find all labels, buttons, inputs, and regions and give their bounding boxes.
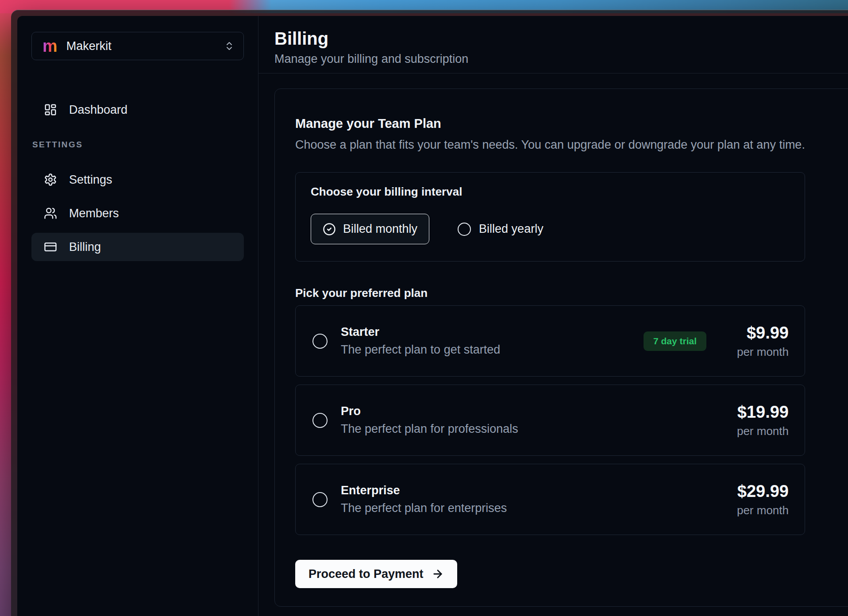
plan-price-period: per month [722,504,789,517]
radio-circle[interactable] [312,413,328,428]
card-subtitle: Choose a plan that fits your team's need… [295,138,848,152]
workspace-name: Makerkit [66,39,215,53]
plan-price-period: per month [722,424,789,438]
page-header: Billing Manage your billing and subscrip… [258,16,848,73]
plan-name: Starter [341,325,500,339]
page-title: Billing [274,28,848,49]
credit-card-icon [44,240,57,254]
users-icon [44,207,57,220]
card-title: Manage your Team Plan [295,116,848,131]
plan-info: Starter The perfect plan to get started [341,325,500,357]
billed-monthly-option[interactable]: Billed monthly [311,214,429,244]
billed-monthly-label: Billed monthly [343,222,417,236]
app-content: m Makerkit Dashboard SETTINGS [17,16,848,616]
workspace-selector[interactable]: m Makerkit [31,32,244,60]
plan-price: $19.99 [722,403,789,422]
arrow-right-icon [432,568,444,580]
team-plan-card: Manage your Team Plan Choose a plan that… [274,89,848,607]
sidebar-item-label: Settings [69,173,112,187]
billing-interval-label: Choose your billing interval [311,185,791,199]
plan-price-block: $19.99 per month [722,403,789,438]
plan-row-enterprise[interactable]: Enterprise The perfect plan for enterpri… [295,464,805,535]
check-circle-icon [323,223,336,236]
billing-interval-controls: Billed monthly Billed yearly [311,214,791,244]
radio-circle[interactable] [312,334,328,349]
radio-circle[interactable] [312,492,328,507]
plan-price: $29.99 [722,482,789,501]
sidebar-nav: Dashboard SETTINGS Settings Members [31,96,244,261]
proceed-to-payment-button[interactable]: Proceed to Payment [295,560,457,588]
plan-price-block: $29.99 per month [722,482,789,517]
proceed-to-payment-label: Proceed to Payment [308,567,424,581]
radio-circle [458,223,471,236]
plan-name: Pro [341,404,518,418]
billed-yearly-label: Billed yearly [479,222,543,236]
sidebar-item-dashboard[interactable]: Dashboard [31,96,244,124]
plan-row-pro[interactable]: Pro The perfect plan for professionals $… [295,385,805,456]
billed-yearly-option[interactable]: Billed yearly [458,222,543,236]
app-window: m Makerkit Dashboard SETTINGS [11,10,848,616]
makerkit-logo: m [42,38,58,54]
plan-info: Pro The perfect plan for professionals [341,404,518,436]
chevrons-up-down-icon [224,41,235,51]
plan-list: Starter The perfect plan to get started … [295,305,848,535]
sidebar-item-billing[interactable]: Billing [31,233,244,261]
pick-plan-label: Pick your preferred plan [295,286,848,300]
plan-info: Enterprise The perfect plan for enterpri… [341,484,507,515]
plan-description: The perfect plan to get started [341,343,500,357]
plan-description: The perfect plan for enterprises [341,501,507,515]
sidebar-item-label: Members [69,207,119,220]
plan-name: Enterprise [341,484,507,497]
dashboard-grid-icon [44,103,57,116]
sidebar-item-settings[interactable]: Settings [31,166,244,194]
plan-price-period: per month [722,345,789,359]
plan-price-block: $9.99 per month [722,323,789,359]
main-content: Billing Manage your billing and subscrip… [258,16,848,616]
sidebar-item-label: Dashboard [69,103,127,117]
page-subtitle: Manage your billing and subscription [274,52,848,66]
plan-row-starter[interactable]: Starter The perfect plan to get started … [295,305,805,377]
sidebar-item-label: Billing [69,240,101,254]
plan-description: The perfect plan for professionals [341,422,518,436]
sidebar: m Makerkit Dashboard SETTINGS [17,16,258,616]
plan-price: $9.99 [722,323,789,343]
sidebar-section-label: SETTINGS [32,140,244,150]
sidebar-item-members[interactable]: Members [31,199,244,227]
gear-icon [44,173,57,186]
billing-interval-box: Choose your billing interval Billed mont… [295,172,805,262]
trial-badge: 7 day trial [644,331,706,351]
